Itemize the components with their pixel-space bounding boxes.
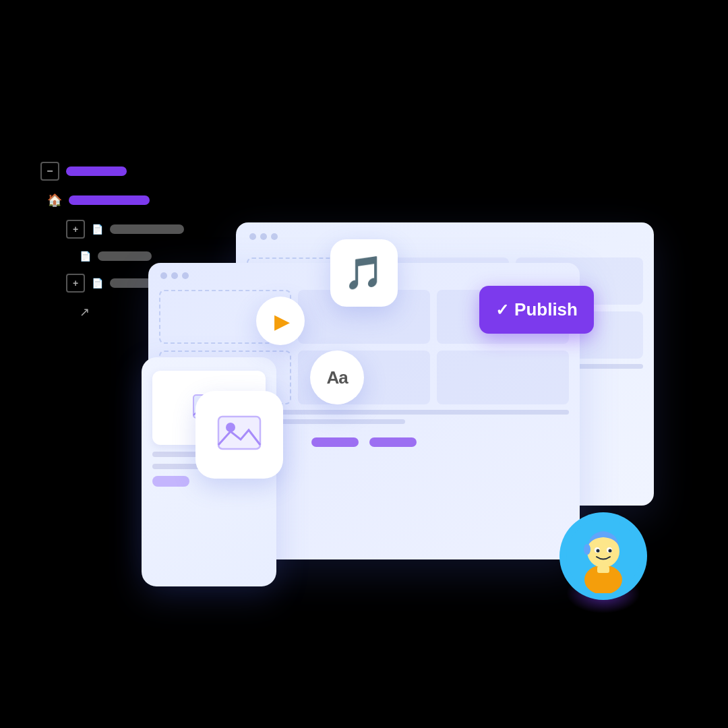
dot-1 <box>249 233 256 240</box>
dot-6 <box>182 272 189 279</box>
dot-4 <box>160 272 167 279</box>
avatar-illustration <box>566 519 640 593</box>
front-badge-1 <box>311 437 359 447</box>
front-badge-2 <box>369 437 417 447</box>
sidebar-row-3: + 📄 <box>66 220 184 239</box>
image-float-icon <box>195 391 283 479</box>
svg-rect-12 <box>597 566 609 573</box>
sidebar-row-2: 🏠 <box>47 193 184 208</box>
svg-point-10 <box>597 549 600 553</box>
front-grid-cell-6 <box>437 351 569 404</box>
avatar <box>559 512 647 600</box>
sidebar-label-3 <box>110 224 184 234</box>
publish-label: Publish <box>514 299 578 320</box>
phone-badge <box>152 476 189 487</box>
scene: − 🏠 + 📄 📄 + 📄 <box>0 0 728 728</box>
browser-dots-back <box>236 222 654 251</box>
sidebar-row-1: − <box>40 162 184 181</box>
dot-5 <box>171 272 178 279</box>
music-emoji: 🎵 <box>344 254 384 292</box>
home-icon: 🏠 <box>47 193 62 208</box>
publish-checkmark: ✓ <box>495 301 509 320</box>
svg-rect-2 <box>218 417 260 449</box>
image-svg-icon <box>216 411 263 458</box>
avatar-container <box>559 512 647 600</box>
svg-point-7 <box>584 544 590 555</box>
sidebar-label-2 <box>69 195 150 205</box>
sidebar-row-4: 📄 <box>80 251 184 262</box>
publish-button[interactable]: ✓ Publish <box>479 286 594 334</box>
aa-text: Aa <box>326 367 347 388</box>
music-float-icon: 🎵 <box>330 239 398 307</box>
file-icon-3: 📄 <box>92 278 103 289</box>
dot-3 <box>271 233 278 240</box>
file-icon-2: 📄 <box>80 251 91 262</box>
dot-2 <box>260 233 267 240</box>
text-float-icon: Aa <box>310 351 364 404</box>
play-triangle: ▶ <box>274 309 290 333</box>
svg-point-11 <box>609 549 612 553</box>
add-page-icon[interactable]: + <box>66 220 85 239</box>
file-icon-1: 📄 <box>92 224 103 235</box>
add-page-icon-2[interactable]: + <box>66 274 85 293</box>
sidebar-label-1 <box>66 166 127 176</box>
sidebar-label-4 <box>98 251 152 261</box>
play-float-icon: ▶ <box>256 297 305 345</box>
cursor-icon: ↗ <box>80 305 90 320</box>
collapse-icon[interactable]: − <box>40 162 59 181</box>
